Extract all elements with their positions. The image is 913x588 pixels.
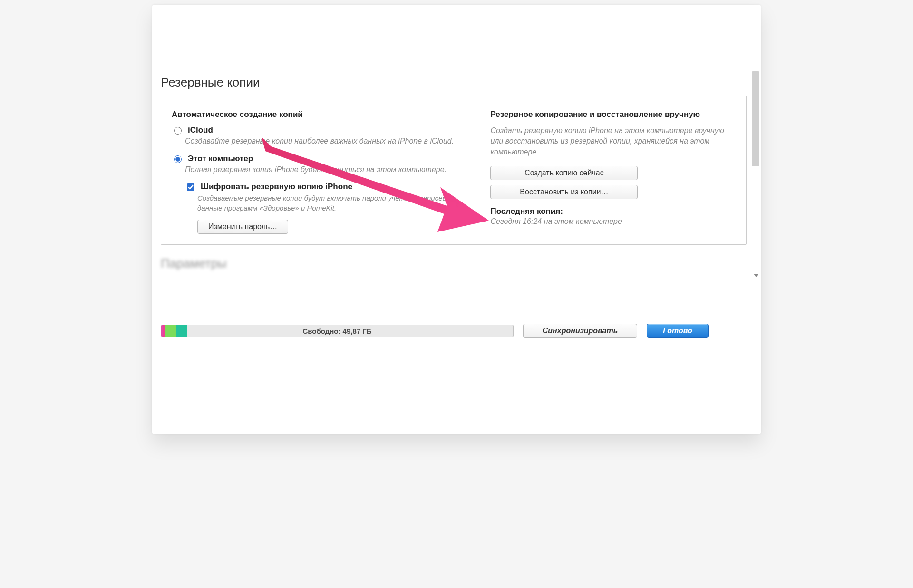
encrypt-desc: Создаваемые резервные копии будут включа… — [197, 193, 476, 213]
computer-desc: Полная резервная копия iPhone будет хран… — [185, 164, 476, 175]
backup-now-button[interactable]: Создать копию сейчас — [490, 166, 638, 180]
content-area: Резервные копии Автоматическое создание … — [152, 5, 761, 344]
radio-this-computer[interactable] — [174, 155, 182, 163]
storage-free-label: Свободно: 49,87 ГБ — [161, 325, 513, 337]
scroll-down-icon[interactable] — [754, 274, 758, 277]
manual-backup-desc: Создать резервную копию iPhone на этом к… — [490, 125, 736, 157]
restore-from-backup-button[interactable]: Восстановить из копии… — [490, 185, 638, 199]
auto-backup-heading: Автоматическое создание копий — [172, 109, 476, 120]
radio-computer-row[interactable]: Этот компьютер — [172, 154, 476, 164]
scrollbar-thumb[interactable] — [752, 71, 759, 166]
sync-button[interactable]: Синхронизировать — [523, 324, 637, 338]
icloud-desc: Создавайте резервные копии наиболее важн… — [185, 136, 476, 146]
radio-icloud[interactable] — [174, 127, 182, 135]
last-backup-heading: Последняя копия: — [490, 207, 736, 216]
checkbox-encrypt-backup[interactable] — [187, 183, 194, 191]
radio-icloud-row[interactable]: iCloud — [172, 125, 476, 135]
last-backup-text: Сегодня 16:24 на этом компьютере — [490, 217, 736, 226]
storage-bar[interactable]: Свободно: 49,87 ГБ — [161, 325, 514, 337]
radio-computer-label[interactable]: Этот компьютер — [188, 154, 253, 164]
window: Резервные копии Автоматическое создание … — [152, 5, 761, 434]
radio-icloud-label[interactable]: iCloud — [188, 125, 213, 135]
section-title-params: Параметры — [161, 256, 761, 271]
storage-segment — [176, 325, 187, 337]
manual-backup-heading: Резервное копирование и восстановление в… — [490, 109, 736, 120]
change-password-button[interactable]: Изменить пароль… — [197, 220, 288, 234]
encrypt-label[interactable]: Шифровать резервную копию iPhone — [201, 182, 352, 192]
done-button[interactable]: Готово — [647, 324, 709, 338]
section-title-backups: Резервные копии — [161, 75, 761, 90]
encrypt-block: Шифровать резервную копию iPhone Создава… — [185, 182, 476, 234]
vertical-scrollbar[interactable] — [750, 67, 761, 268]
encrypt-checkbox-row[interactable]: Шифровать резервную копию iPhone — [185, 182, 476, 193]
scrollable-settings[interactable]: Резервные копии Автоматическое создание … — [152, 13, 761, 318]
bottom-toolbar: Свободно: 49,87 ГБ Синхронизировать Гото… — [152, 318, 761, 344]
backups-panel: Автоматическое создание копий iCloud Соз… — [161, 96, 747, 245]
storage-segment — [165, 325, 176, 337]
auto-backup-column: Автоматическое создание копий iCloud Соз… — [172, 109, 476, 234]
manual-backup-column: Резервное копирование и восстановление в… — [490, 109, 736, 234]
